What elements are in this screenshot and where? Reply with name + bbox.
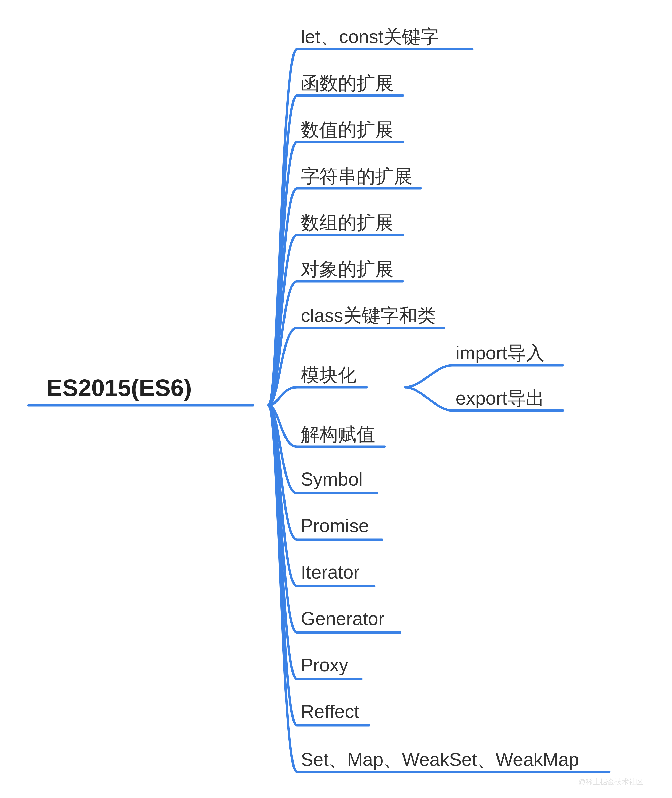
branch-node: Reffect	[301, 701, 359, 722]
branch-node: Iterator	[301, 561, 360, 583]
watermark: @稀土掘金技术社区	[578, 777, 643, 787]
branch-node: 解构赋值	[301, 422, 375, 447]
sub-branch-node: import导入	[456, 341, 544, 366]
branch-node: 数组的扩展	[301, 210, 394, 235]
branch-node: 数值的扩展	[301, 117, 394, 142]
sub-branch-node: export导出	[456, 386, 544, 411]
branch-node: Proxy	[301, 654, 348, 676]
branch-node: 对象的扩展	[301, 257, 394, 281]
branch-node: Symbol	[301, 469, 363, 490]
branch-node: Promise	[301, 515, 369, 536]
root-node: ES2015(ES6)	[46, 374, 192, 401]
branch-node: 字符串的扩展	[301, 164, 412, 189]
branch-node: 模块化	[301, 363, 357, 387]
branch-node: Generator	[301, 608, 384, 629]
branch-node: Set、Map、WeakSet、WeakMap	[301, 747, 579, 772]
branch-node: class关键字和类	[301, 303, 436, 328]
mindmap-canvas: { "colors": { "line": "#3b82e6", "text":…	[0, 0, 672, 798]
branch-node: let、const关键字	[301, 24, 439, 49]
branch-node: 函数的扩展	[301, 71, 394, 96]
